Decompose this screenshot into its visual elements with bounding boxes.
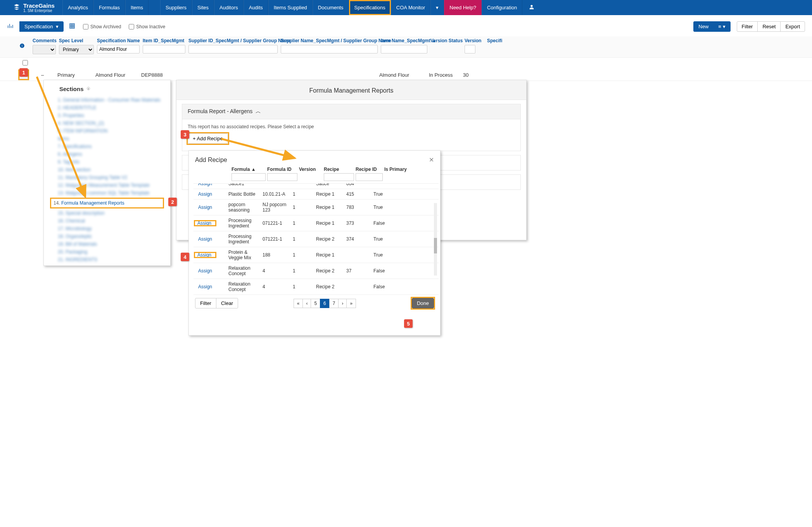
nav-analytics[interactable]: Analytics <box>62 0 93 15</box>
logo-icon <box>13 3 20 12</box>
nav-documents[interactable]: Documents <box>313 0 349 15</box>
new-button[interactable]: New <box>693 21 714 32</box>
nav-suppliers[interactable]: Suppliers <box>160 0 192 15</box>
filter-spec-name[interactable] <box>97 45 140 53</box>
info-icon[interactable]: i <box>19 43 28 50</box>
top-navbar: TraceGains 1. SM Enterprise AnalyticsFor… <box>0 0 812 15</box>
svg-rect-1 <box>70 24 74 28</box>
cell-version-status: In Process <box>429 72 460 78</box>
cell-spec-level: Primary <box>57 72 92 78</box>
nav-coa-monitor[interactable]: COA Monitor <box>391 0 430 15</box>
nav-audits[interactable]: Audits <box>244 0 268 15</box>
col-item-id[interactable]: Item ID_SpecMgmt <box>143 38 185 43</box>
nav-items-supplied[interactable]: Items Supplied <box>268 0 313 15</box>
nav-need-help-[interactable]: Need Help? <box>444 0 482 15</box>
grid-header: i Comments Spec LevelPrimary Specificati… <box>0 36 812 58</box>
nav-specifications[interactable]: Specifications <box>349 0 391 15</box>
svg-point-0 <box>531 5 533 7</box>
filter-supplier-name[interactable] <box>281 45 378 53</box>
col-spec-name[interactable]: Specification Name <box>97 38 140 43</box>
filter-item-name[interactable] <box>381 45 427 53</box>
nav-items[interactable]: Items <box>125 0 149 15</box>
filter-comments[interactable] <box>33 45 56 54</box>
callout-marker-1: 1 <box>19 68 28 77</box>
col-item-name[interactable]: Item Name_SpecMgmt ▲ <box>381 38 427 43</box>
brand-name: TraceGains <box>23 3 55 9</box>
col-version-status[interactable]: Version Status <box>430 38 461 43</box>
show-inactive-checkbox[interactable]: Show Inactive <box>129 24 165 29</box>
chart-icon[interactable] <box>7 23 13 30</box>
nav-formulas[interactable]: Formulas <box>93 0 125 15</box>
col-spec-level[interactable]: Spec Level <box>59 38 94 43</box>
col-supplier-id[interactable]: Supplier ID_SpecMgmt / Supplier Group Na… <box>188 38 278 43</box>
col-version[interactable]: Version <box>465 38 484 43</box>
nav-auditors[interactable]: Auditors <box>214 0 244 15</box>
grid-icon[interactable] <box>69 23 75 30</box>
cell-version: 30 <box>463 72 482 78</box>
col-comments[interactable]: Comments <box>33 38 56 43</box>
cell-spec-name: Almond Flour <box>95 72 138 78</box>
filter-version[interactable] <box>465 45 475 53</box>
formula-reports-panel: Formula Management Reports Formula Repor… <box>176 80 527 81</box>
col-specifi[interactable]: Specifi <box>487 38 503 43</box>
reset-button[interactable]: Reset <box>757 21 781 32</box>
filter-supplier-id[interactable] <box>188 45 278 53</box>
nav--[interactable]: ▾ <box>430 0 444 15</box>
brand-sub: 1. SM Enterprise <box>23 9 55 13</box>
nav-configuration[interactable]: Configuration <box>482 0 522 15</box>
brand: TraceGains 1. SM Enterprise <box>0 3 59 13</box>
col-supplier-name[interactable]: Supplier Name_SpecMgmt / Supplier Group … <box>281 38 378 43</box>
show-archived-checkbox[interactable]: Show Archived <box>83 24 121 29</box>
sections-panel: Sections 1. General Information - Consum… <box>43 80 171 81</box>
export-button[interactable]: Export <box>780 21 805 32</box>
specification-button[interactable]: Specification ▾ <box>19 21 64 32</box>
toolbar: Specification ▾ Show Archived Show Inact… <box>0 15 812 36</box>
cell-comments: – <box>31 72 54 78</box>
filter-spec-level[interactable]: Primary <box>59 45 94 54</box>
panel-title: Formula Management Reports <box>176 80 526 81</box>
svg-text:i: i <box>22 44 22 47</box>
select-all-checkbox[interactable] <box>22 60 28 65</box>
user-icon[interactable] <box>522 4 541 11</box>
cell-item-name: Almond Flour <box>379 72 426 78</box>
new-menu-button[interactable]: ≡ ▾ <box>713 21 730 32</box>
nav-sites[interactable]: Sites <box>192 0 214 15</box>
cell-item-id: DEP8888 <box>141 72 184 78</box>
filter-button[interactable]: Filter <box>737 21 758 32</box>
grid-row[interactable]: – Primary Almond Flour DEP8888 Almond Fl… <box>0 69 812 81</box>
filter-item-id[interactable] <box>143 45 185 53</box>
